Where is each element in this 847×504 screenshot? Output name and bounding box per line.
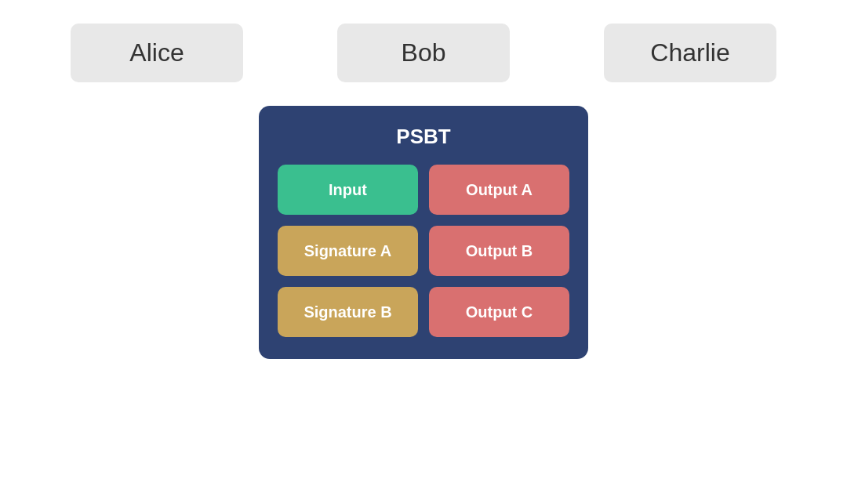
signature-a-label: Signature A	[304, 242, 392, 260]
signature-b-label: Signature B	[304, 303, 391, 321]
signature-b-cell: Signature B	[278, 287, 418, 337]
output-b-label: Output B	[466, 242, 533, 260]
input-label: Input	[329, 181, 367, 199]
psbt-box: PSBT Input Output A Signature A Output B…	[259, 106, 588, 359]
bob-card: Bob	[337, 24, 510, 82]
psbt-grid: Input Output A Signature A Output B Sign…	[278, 165, 569, 337]
output-c-cell: Output C	[429, 287, 569, 337]
signature-a-cell: Signature A	[278, 226, 418, 276]
alice-label: Alice	[129, 38, 184, 67]
output-a-label: Output A	[466, 181, 533, 199]
charlie-label: Charlie	[650, 38, 729, 67]
output-a-cell: Output A	[429, 165, 569, 215]
output-c-label: Output C	[466, 303, 533, 321]
input-cell: Input	[278, 165, 418, 215]
psbt-title: PSBT	[396, 125, 450, 149]
alice-card: Alice	[71, 24, 243, 82]
charlie-card: Charlie	[604, 24, 776, 82]
bob-label: Bob	[402, 38, 446, 67]
output-b-cell: Output B	[429, 226, 569, 276]
persons-row: Alice Bob Charlie	[71, 24, 776, 82]
